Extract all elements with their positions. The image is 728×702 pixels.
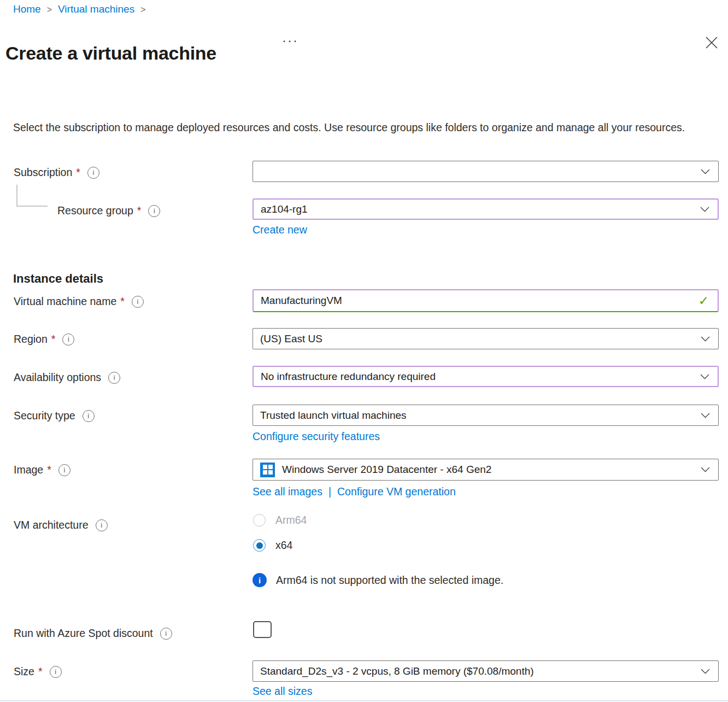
required-asterisk: * — [47, 464, 51, 476]
image-label: Image * i — [14, 464, 71, 476]
label-text: Size — [14, 665, 34, 678]
note-text: Arm64 is not supported with the selected… — [276, 574, 503, 587]
info-glyph: i — [68, 336, 69, 343]
chevron-down-icon — [701, 336, 710, 342]
availability-options-label: Availability options i — [14, 371, 120, 384]
required-asterisk: * — [51, 333, 56, 346]
configure-vm-generation-link[interactable]: Configure VM generation — [337, 485, 456, 498]
info-glyph: i — [114, 374, 115, 382]
vm-name-input[interactable] — [261, 295, 694, 307]
breadcrumb-separator-icon: > — [140, 5, 145, 15]
info-glyph: i — [154, 207, 155, 215]
size-dropdown[interactable]: Standard_D2s_v3 - 2 vcpus, 8 GiB memory … — [253, 660, 719, 682]
vm-name-label: Virtual machine name * i — [14, 295, 144, 308]
security-type-value: Trusted launch virtual machines — [260, 410, 407, 422]
info-icon[interactable]: i — [50, 666, 62, 678]
label-text: Run with Azure Spot discount — [14, 627, 153, 640]
info-icon[interactable]: i — [160, 628, 172, 640]
info-icon[interactable]: i — [58, 464, 71, 476]
radio-selected-icon — [253, 539, 266, 552]
resource-group-value: az104-rg1 — [261, 203, 308, 215]
info-icon[interactable]: i — [83, 410, 95, 422]
availability-options-dropdown[interactable]: No infrastructure redundancy required — [253, 366, 719, 387]
see-all-sizes-link[interactable]: See all sizes — [253, 685, 312, 698]
chevron-down-icon — [700, 207, 709, 212]
page-title: Create a virtual machine — [5, 43, 216, 64]
label-text: Subscription — [14, 166, 72, 179]
security-type-label: Security type i — [14, 410, 95, 422]
link-separator: | — [328, 485, 331, 498]
label-text: Resource group — [57, 204, 133, 217]
azure-spot-label: Run with Azure Spot discount i — [14, 627, 172, 640]
image-value: Windows Server 2019 Datacenter - x64 Gen… — [282, 464, 491, 476]
windows-logo-icon — [260, 463, 275, 477]
chevron-down-icon — [701, 413, 710, 418]
create-new-link[interactable]: Create new — [253, 224, 307, 236]
info-glyph: i — [87, 412, 89, 420]
create-vm-blade: Home > Virtual machines > Create a virtu… — [0, 0, 728, 702]
chevron-down-icon — [701, 169, 710, 174]
info-glyph: i — [101, 522, 102, 529]
configure-security-features-link[interactable]: Configure security features — [253, 430, 380, 443]
required-asterisk: * — [76, 166, 80, 179]
info-icon[interactable]: i — [62, 334, 74, 346]
resource-group-label: Resource group * i — [57, 204, 160, 217]
more-actions-ellipsis-icon[interactable]: ··· — [282, 33, 298, 48]
info-glyph: i — [93, 169, 95, 177]
radio-label: Arm64 — [275, 514, 307, 526]
intro-text: Select the subscription to manage deploy… — [13, 119, 711, 136]
subscription-label: Subscription * i — [14, 166, 99, 179]
radio-label: x64 — [275, 539, 292, 552]
info-glyph: i — [259, 576, 261, 585]
breadcrumb-separator-icon: > — [47, 5, 52, 15]
info-icon[interactable]: i — [108, 372, 120, 384]
availability-options-value: No infrastructure redundancy required — [261, 371, 436, 383]
info-icon[interactable]: i — [148, 205, 160, 217]
breadcrumb-home-link[interactable]: Home — [13, 3, 41, 15]
size-label: Size * i — [14, 665, 62, 678]
label-text: Image — [14, 464, 43, 476]
required-asterisk: * — [120, 295, 125, 308]
info-glyph: i — [55, 668, 56, 676]
info-filled-icon: i — [253, 573, 267, 587]
label-text: Availability options — [14, 371, 101, 384]
info-icon[interactable]: i — [96, 519, 108, 531]
image-dropdown[interactable]: Windows Server 2019 Datacenter - x64 Gen… — [253, 459, 719, 481]
instance-details-heading: Instance details — [13, 272, 103, 286]
info-icon[interactable]: i — [132, 296, 144, 308]
info-icon[interactable]: i — [87, 167, 99, 179]
vm-name-field: ✓ — [253, 289, 719, 312]
region-label: Region * i — [14, 333, 74, 346]
required-asterisk: * — [38, 665, 43, 678]
hierarchy-connector-vertical — [16, 185, 17, 207]
close-icon[interactable] — [704, 35, 719, 50]
label-text: VM architecture — [14, 519, 89, 531]
chevron-down-icon — [700, 374, 709, 379]
info-glyph: i — [63, 466, 65, 474]
valid-checkmark-icon: ✓ — [698, 294, 709, 308]
arm64-info-note: i Arm64 is not supported with the select… — [253, 573, 503, 587]
see-all-images-link[interactable]: See all images — [253, 485, 322, 498]
size-value: Standard_D2s_v3 - 2 vcpus, 8 GiB memory … — [260, 665, 534, 677]
footer-divider — [0, 700, 728, 701]
region-value: (US) East US — [260, 333, 322, 345]
chevron-down-icon — [701, 669, 710, 674]
image-links-row: See all images | Configure VM generation — [253, 485, 456, 498]
azure-spot-checkbox[interactable] — [253, 621, 272, 638]
security-type-dropdown[interactable]: Trusted launch virtual machines — [253, 405, 719, 426]
vm-architecture-option-arm64: Arm64 — [253, 514, 307, 526]
label-text: Security type — [14, 410, 75, 422]
label-text: Region — [14, 333, 48, 346]
breadcrumb-virtual-machines-link[interactable]: Virtual machines — [58, 3, 134, 15]
vm-architecture-label: VM architecture i — [14, 519, 108, 531]
resource-group-dropdown[interactable]: az104-rg1 — [253, 198, 719, 220]
label-text: Virtual machine name — [14, 295, 116, 308]
required-asterisk: * — [137, 204, 142, 217]
info-glyph: i — [137, 298, 138, 306]
region-dropdown[interactable]: (US) East US — [253, 328, 719, 349]
subscription-dropdown[interactable] — [253, 161, 719, 182]
breadcrumb: Home > Virtual machines > — [13, 3, 145, 15]
hierarchy-connector-horizontal — [16, 206, 48, 207]
info-glyph: i — [165, 630, 167, 637]
vm-architecture-option-x64[interactable]: x64 — [253, 539, 292, 552]
